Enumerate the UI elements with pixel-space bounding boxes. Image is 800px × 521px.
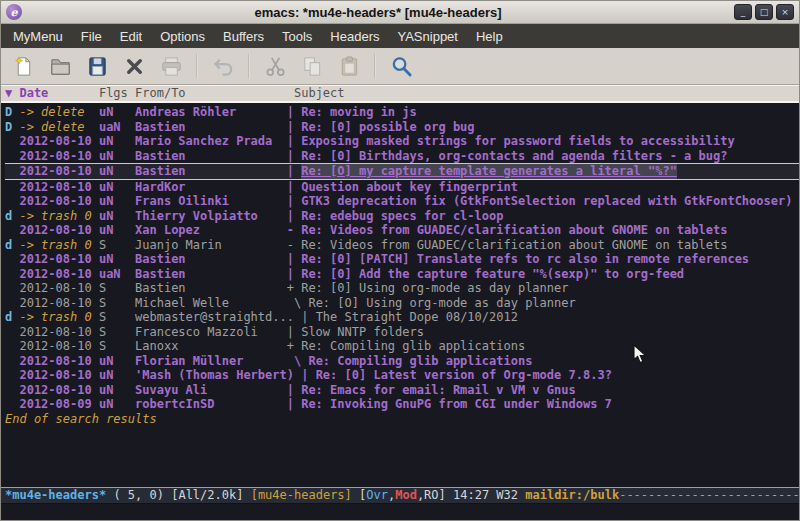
col-date: 2012-08-10 [19, 164, 98, 179]
col-prefix: | [301, 310, 315, 325]
menu-headers[interactable]: Headers [321, 26, 388, 47]
col-date: 2012-08-10 [19, 223, 98, 238]
col-date: -> trash 0 [19, 310, 98, 325]
col-subject: Re: Compiling glib applications [308, 354, 532, 369]
message-row[interactable]: 2012-08-10uNFrans Oilinki| GTK3 deprecat… [5, 194, 799, 209]
message-row[interactable]: 2012-08-10SMichael Welle \ Re: [O] Using… [5, 296, 799, 311]
header-col-subject[interactable]: Subject [294, 86, 345, 101]
maximize-button[interactable]: □ [755, 4, 773, 20]
col-prefix: | [287, 194, 301, 209]
col-flags: uN [99, 134, 135, 149]
window-title: emacs: *mu4e-headers* [mu4e-headers] [22, 5, 734, 20]
close-buffer-button[interactable] [119, 51, 149, 81]
message-row[interactable]: 2012-08-10uNBastien| Re: [0] [PATCH] Tra… [5, 252, 799, 267]
close-button[interactable]: × [776, 4, 794, 20]
minimize-icon: _ [741, 7, 746, 17]
close-icon: × [781, 7, 789, 17]
menu-edit[interactable]: Edit [111, 26, 151, 47]
close-buffer-icon [123, 55, 146, 78]
modeline-readonly-indicator: ,RO] [417, 488, 453, 502]
menu-mymenu[interactable]: MyMenu [4, 26, 72, 47]
header-col-flags[interactable]: Flgs [99, 86, 135, 101]
message-row[interactable]: 2012-08-10uaNBastien| Re: [0] Add the ca… [5, 267, 799, 282]
col-flags: uN [99, 354, 135, 369]
menu-file[interactable]: File [72, 26, 111, 47]
col-subject: Re: [0] Latest version of Org-mode 7.8.3… [316, 368, 612, 383]
message-row[interactable]: 2012-08-09uNrobertcInSD| Re: Invoking Gn… [5, 397, 799, 412]
col-subject: Exposing masked strings for password fie… [301, 134, 734, 149]
col-subject: Re: [O] Using org-mode as day planner [308, 296, 575, 311]
new-file-button[interactable] [8, 51, 38, 81]
col-from: Bastien [135, 267, 287, 282]
toolbar [1, 48, 799, 85]
col-prefix: | [287, 252, 301, 267]
message-row[interactable]: 2012-08-10uNBastien| Re: [0] Birthdays, … [5, 149, 799, 164]
col-flags: uN [99, 149, 135, 164]
col-flags: uN [99, 383, 135, 398]
col-flags: uN [99, 164, 135, 179]
menu-yasnippet[interactable]: YASnippet [388, 26, 466, 47]
titlebar[interactable]: e emacs: *mu4e-headers* [mu4e-headers] _… [1, 1, 799, 24]
col-flags: S [99, 339, 135, 354]
col-mark: d [5, 209, 19, 224]
col-flags: uN [99, 223, 135, 238]
col-prefix: | [287, 164, 301, 179]
message-row[interactable]: d-> trash 0Swebmaster@straightd...| The … [5, 310, 799, 325]
mode-line: *mu4e-headers* ( 5, 0) [All/2.0k] [mu4e-… [1, 487, 799, 504]
col-from: Bastien [135, 120, 287, 135]
message-row[interactable]: 2012-08-10uNXan Lopez- Re: Videos from G… [5, 223, 799, 238]
modeline-major-mode: [mu4e-headers] [251, 488, 352, 502]
save-button[interactable] [82, 51, 112, 81]
message-row[interactable]: D-> deleteuNAndreas Röhler| Re: moving i… [5, 105, 799, 120]
message-row[interactable]: 2012-08-10uNHardKor| Question about key … [5, 180, 799, 195]
header-col-date[interactable]: ▼ Date [5, 86, 99, 101]
col-mark: d [5, 238, 19, 253]
col-mark: d [5, 310, 19, 325]
menu-help[interactable]: Help [467, 26, 512, 47]
message-row[interactable]: d-> trash 0uNThierry Volpiatto| Re: edeb… [5, 209, 799, 224]
message-row[interactable]: 2012-08-10uNFlorian Müllner \ Re: Compil… [5, 354, 799, 369]
col-from: Bastien [135, 252, 287, 267]
col-date: 2012-08-10 [19, 354, 98, 369]
col-date: -> trash 0 [19, 238, 98, 253]
col-flags: uaN [99, 120, 135, 135]
menu-options[interactable]: Options [151, 26, 214, 47]
col-prefix: | [287, 105, 301, 120]
minimize-button[interactable]: _ [734, 4, 752, 20]
col-flags: uN [99, 105, 135, 120]
col-prefix: | [287, 120, 301, 135]
col-prefix: - [287, 223, 301, 238]
col-date: 2012-08-10 [19, 194, 98, 209]
col-from: Lanoxx [135, 339, 287, 354]
col-date: 2012-08-10 [19, 383, 98, 398]
message-row[interactable]: 2012-08-10SFrancesco Mazzoli| Slow NNTP … [5, 325, 799, 340]
message-row[interactable]: 2012-08-10uNSuvayu Ali| Re: Emacs for em… [5, 383, 799, 398]
open-folder-button[interactable] [45, 51, 75, 81]
message-row[interactable]: 2012-08-10uN'Mash (Thomas Herbert)| Re: … [5, 368, 799, 383]
message-row[interactable]: 2012-08-10uNBastien| Re: [O] my capture … [5, 163, 799, 180]
search-button[interactable] [386, 51, 416, 81]
end-of-results-text: End of search results [5, 412, 799, 427]
headers-buffer[interactable]: D-> deleteuNAndreas Röhler| Re: moving i… [1, 103, 799, 487]
col-flags: uN [99, 209, 135, 224]
undo-icon [212, 55, 235, 78]
col-subject: Re: Compiling glib applications [301, 339, 525, 354]
toolbar-separator [374, 54, 376, 78]
copy-icon [301, 55, 324, 78]
header-col-from[interactable]: From/To [135, 86, 294, 101]
menu-tools[interactable]: Tools [273, 26, 321, 47]
col-date: 2012-08-10 [19, 368, 98, 383]
col-date: 2012-08-10 [19, 149, 98, 164]
col-prefix: | [287, 180, 301, 195]
col-date: -> delete [19, 105, 98, 120]
message-row[interactable]: 2012-08-10SLanoxx+ Re: Compiling glib ap… [5, 339, 799, 354]
message-row[interactable]: d-> trash 0SJuanjo Marin- Re: Videos fro… [5, 238, 799, 253]
message-row[interactable]: 2012-08-10SBastien+ Re: [0] Using org-mo… [5, 281, 799, 296]
col-subject: GTK3 deprecation fix (GtkFontSelection r… [301, 194, 792, 209]
menu-buffers[interactable]: Buffers [214, 26, 273, 47]
paste-icon [338, 55, 361, 78]
message-row[interactable]: D-> deleteuaNBastien| Re: [0] possible o… [5, 120, 799, 135]
message-row[interactable]: 2012-08-10uNMario Sanchez Prada| Exposin… [5, 134, 799, 149]
col-prefix: \ [287, 296, 309, 311]
modeline-filler-dashes: ----------------------------------------… [619, 488, 799, 502]
